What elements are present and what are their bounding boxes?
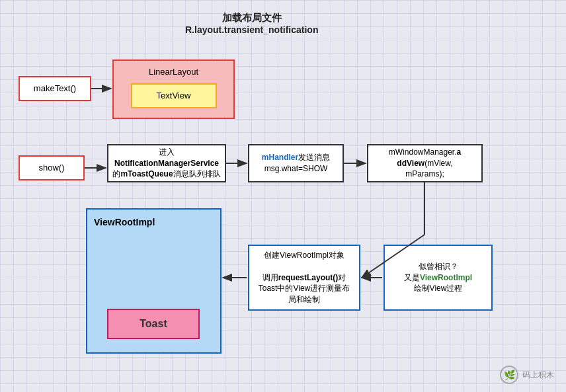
- watermark: 🌿 码上积木: [500, 366, 554, 384]
- mhandler-label: mHandler发送消息msg.what=SHOW: [262, 152, 330, 175]
- linearlayout-box: LinearLayout TextView: [112, 59, 235, 119]
- create-viewroot-label: 创建ViewRootImpl对象调用requestLayout()对Toast中…: [259, 250, 350, 305]
- sicengxiangshi-label: 似曾相识？又是ViewRootImpl绘制View过程: [404, 261, 472, 294]
- viewrootimpl-container: ViewRootImpl Toast: [86, 208, 222, 354]
- show-label: show(): [38, 162, 64, 174]
- watermark-icon: 🌿: [500, 366, 518, 384]
- create-viewroot-box: 创建ViewRootImpl对象调用requestLayout()对Toast中…: [248, 245, 360, 311]
- mwindowmanager-box: mWindowManager.addView(mView,mParams);: [367, 144, 483, 182]
- notification-manager-box: 进入NotificationManagerService的mToastQueue…: [107, 144, 226, 182]
- mhandler-box: mHandler发送消息msg.what=SHOW: [248, 144, 344, 182]
- show-box: show(): [19, 155, 85, 180]
- textview-box: TextView: [131, 83, 217, 108]
- watermark-text: 码上积木: [522, 370, 554, 381]
- maketext-label: makeText(): [34, 83, 76, 95]
- mwindowmanager-label: mWindowManager.addView(mView,mParams);: [389, 147, 461, 180]
- arrows-svg: [0, 0, 566, 392]
- toast-label: Toast: [140, 317, 167, 331]
- title-block: 加载布局文件 R.layout.transient_notification: [185, 12, 318, 35]
- maketext-box: makeText(): [19, 76, 91, 101]
- title-line1: 加载布局文件: [185, 12, 318, 24]
- viewrootimpl-label: ViewRootImpl: [94, 216, 155, 229]
- sicengxiangshi-box: 似曾相识？又是ViewRootImpl绘制View过程: [384, 245, 493, 311]
- linearlayout-label: LinearLayout: [149, 66, 198, 78]
- title-line2: R.layout.transient_notification: [185, 24, 318, 35]
- toast-box: Toast: [107, 309, 200, 339]
- textview-label: TextView: [157, 90, 191, 102]
- notification-manager-label: 进入NotificationManagerService的mToastQueue…: [108, 147, 225, 180]
